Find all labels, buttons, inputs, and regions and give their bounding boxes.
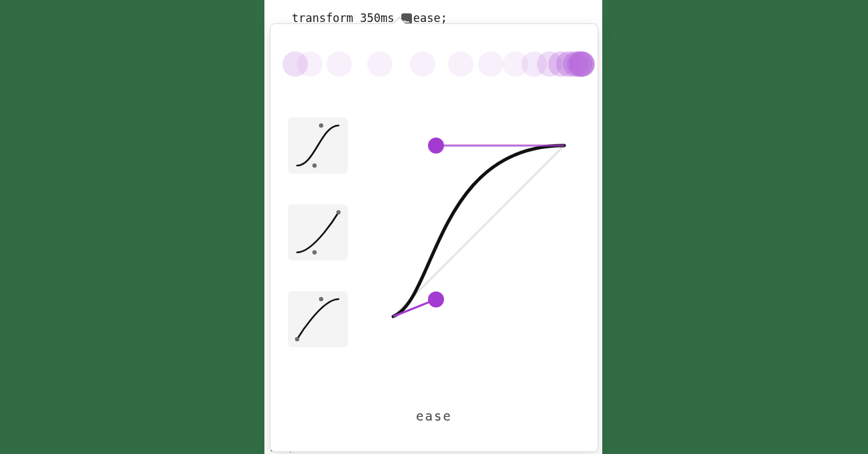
selected-curve-name: ease	[270, 409, 598, 423]
motion-trail-dot	[410, 51, 435, 77]
css-semicolon: ;	[441, 11, 447, 25]
easing-preset-ease-out[interactable]	[288, 291, 348, 347]
css-duration: 350ms	[360, 11, 394, 25]
motion-trail-dot	[297, 51, 322, 77]
motion-trail-dot	[570, 51, 595, 77]
svg-point-1	[319, 124, 323, 128]
bezier-curve-canvas	[385, 138, 572, 324]
bezier-editor-popover: ease	[270, 23, 598, 452]
bezier-handle-p1[interactable]	[428, 291, 444, 307]
svg-point-4	[295, 337, 299, 341]
css-easing: ease	[413, 11, 441, 25]
svg-point-3	[337, 210, 341, 214]
easing-preset-ease-in-out[interactable]	[288, 118, 348, 174]
svg-point-0	[312, 164, 316, 168]
preset-curve-icon	[293, 295, 343, 343]
devtools-column: transform 350ms ease; ...,	[264, 0, 602, 454]
css-property: transform	[292, 11, 353, 25]
easing-preset-ease-in[interactable]	[288, 204, 348, 260]
motion-trail-dot	[448, 51, 473, 77]
svg-line-6	[393, 146, 564, 316]
svg-point-5	[319, 297, 323, 301]
easing-motion-preview	[282, 44, 586, 84]
motion-trail-dot	[327, 51, 352, 77]
motion-trail-dot	[478, 51, 503, 77]
motion-trail-dot	[367, 51, 393, 77]
svg-point-2	[312, 250, 316, 254]
bezier-handle-p2[interactable]	[428, 138, 444, 154]
easing-preset-list	[288, 118, 352, 378]
preset-curve-icon	[293, 208, 343, 256]
preset-curve-icon	[293, 122, 343, 170]
bezier-curve-editor[interactable]	[385, 138, 572, 324]
